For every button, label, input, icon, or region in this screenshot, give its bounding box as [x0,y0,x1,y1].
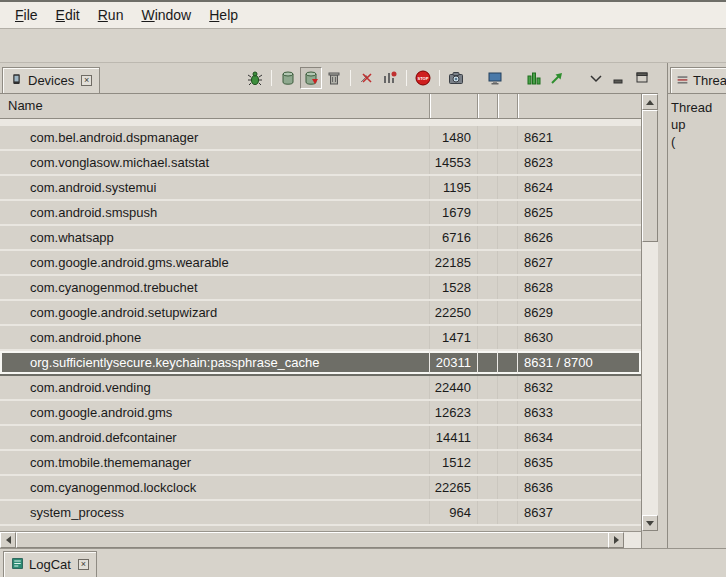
process-row[interactable]: com.whatsapp 6716 8626 [0,226,641,251]
process-col1 [478,301,498,324]
process-row[interactable]: com.android.defcontainer 14411 8634 [0,426,641,451]
process-pid: 22185 [430,251,478,274]
column-header-2[interactable] [498,94,518,118]
process-row[interactable]: com.google.android.setupwizard 22250 862… [0,301,641,326]
column-header-pid[interactable] [430,94,478,118]
process-col2 [498,376,518,399]
process-name: com.google.android.gms.wearable [0,251,430,274]
vertical-scroll-thumb[interactable] [642,110,658,242]
process-pid: 1679 [430,201,478,224]
process-port: 8625 [518,201,641,224]
column-header-name[interactable]: Name [0,94,430,118]
menu-help[interactable]: Help [200,4,247,26]
process-row[interactable]: com.tmobile.thememanager 1512 8635 [0,451,641,476]
minimize-view-icon[interactable] [608,67,630,89]
process-port: 8635 [518,451,641,474]
menu-run[interactable]: Run [89,4,133,26]
process-port: 8629 [518,301,641,324]
toolbar-separator [406,70,407,86]
process-col1 [478,251,498,274]
maximize-view-icon[interactable] [631,67,653,89]
process-port: 8632 [518,376,641,399]
table-header: Name [0,94,641,119]
close-icon[interactable]: × [81,75,92,86]
process-col1 [478,201,498,224]
process-name: com.android.systemui [0,176,430,199]
tab-logcat[interactable]: LogCat × [3,551,97,577]
process-name: system_process [0,501,430,524]
process-pid: 1512 [430,451,478,474]
process-row[interactable]: com.cyanogenmod.trebuchet 1528 8628 [0,276,641,301]
hierarchy-bars-icon[interactable] [523,67,545,89]
process-name: com.android.smspush [0,201,430,224]
scroll-up-icon[interactable] [642,94,658,110]
scroll-left-icon[interactable] [0,532,16,548]
process-col1 [478,476,498,499]
scrollbar-corner [641,531,658,548]
process-row[interactable]: com.google.android.gms 12623 8633 [0,401,641,426]
update-heap-icon[interactable] [277,67,299,89]
process-port: 8626 [518,226,641,249]
process-row[interactable]: com.google.android.gms.wearable 22185 86… [0,251,641,276]
process-row[interactable]: system_process 964 8637 [0,501,641,526]
start-method-profiling-icon[interactable] [379,67,401,89]
logcat-icon [11,557,24,573]
process-row[interactable]: com.cyanogenmod.lockclock 22265 8636 [0,476,641,501]
process-col1 [478,451,498,474]
process-col2 [498,476,518,499]
toolbar-separator [439,70,440,86]
process-pid: 1195 [430,176,478,199]
horizontal-scrollbar[interactable] [0,531,641,548]
update-threads-icon[interactable] [356,67,378,89]
menu-window[interactable]: Window [132,4,200,26]
process-name: com.cyanogenmod.lockclock [0,476,430,499]
dump-hprof-icon[interactable] [300,67,322,89]
process-col1 [478,276,498,299]
view-menu-icon[interactable] [585,67,607,89]
process-col2 [498,151,518,174]
tab-devices[interactable]: Devices × [2,67,100,93]
menu-file[interactable]: File [6,4,47,26]
devices-tabbar: Devices × [0,63,658,93]
process-row[interactable]: com.android.systemui 1195 8624 [0,176,641,201]
vertical-scrollbar[interactable] [641,94,658,531]
process-name: com.bel.android.dspmanager [0,126,430,149]
tab-threads[interactable]: Threa [670,67,726,93]
cause-gc-icon[interactable] [323,67,345,89]
screen-capture-icon[interactable] [445,67,467,89]
process-pid: 1480 [430,126,478,149]
process-col1 [478,176,498,199]
process-col2 [498,176,518,199]
panel-sash[interactable] [658,63,667,548]
process-row[interactable]: com.android.smspush 1679 8625 [0,201,641,226]
screen-record-icon[interactable] [484,67,506,89]
column-header-1[interactable] [478,94,498,118]
workbench-area: Devices × [0,63,726,548]
stop-process-icon[interactable]: STOP [412,67,434,89]
scroll-down-icon[interactable] [642,515,658,531]
expand-arrow-icon[interactable] [546,67,568,89]
menu-edit[interactable]: Edit [47,4,89,26]
process-col2 [498,201,518,224]
horizontal-scroll-thumb[interactable] [16,532,616,548]
process-row[interactable]: com.vonglasow.michael.satstat 14553 8623 [0,151,641,176]
process-name: com.android.phone [0,326,430,349]
process-port: 8627 [518,251,641,274]
scroll-right-icon[interactable] [608,532,624,548]
process-col1 [478,326,498,349]
main-toolbar [0,29,726,63]
process-port: 8637 [518,501,641,524]
process-row[interactable]: com.android.vending 22440 8632 [0,376,641,401]
process-port: 8636 [518,476,641,499]
process-port: 8621 [518,126,641,149]
debug-process-icon[interactable] [244,67,266,89]
process-row[interactable]: org.sufficientlysecure.keychain:passphra… [0,351,641,376]
process-row[interactable]: com.bel.android.dspmanager 1480 8621 [0,126,641,151]
process-pid: 14553 [430,151,478,174]
process-col1 [478,401,498,424]
process-pid: 964 [430,501,478,524]
column-header-port[interactable] [518,94,641,118]
process-name: com.cyanogenmod.trebuchet [0,276,430,299]
close-icon[interactable]: × [78,559,89,570]
process-row[interactable]: com.android.phone 1471 8630 [0,326,641,351]
